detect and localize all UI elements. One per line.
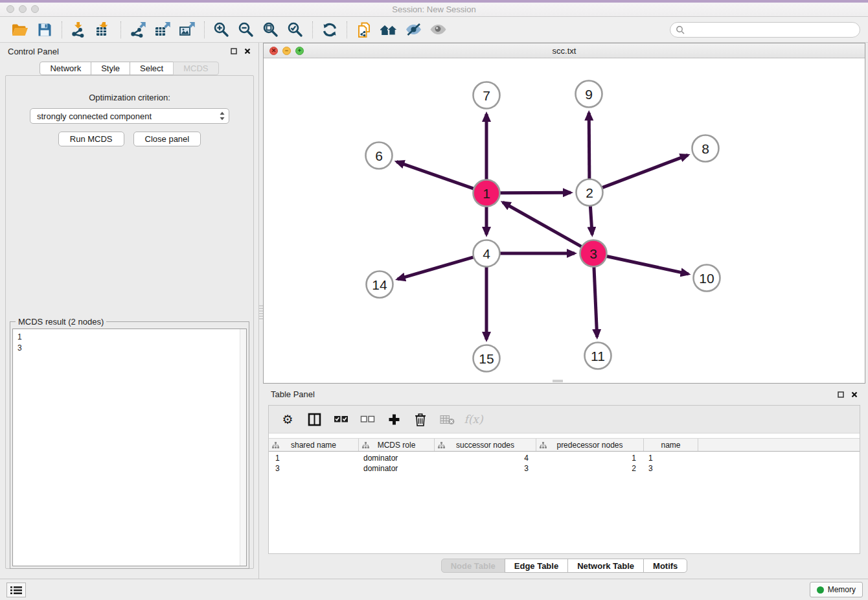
zoom-in-button[interactable] — [209, 19, 234, 40]
node-3[interactable]: 3 — [580, 240, 607, 267]
optimization-criterion-select[interactable]: strongly connected component — [30, 108, 229, 124]
checked-boxes-button[interactable] — [332, 410, 349, 428]
close-panel-action-button[interactable]: Close panel — [133, 132, 201, 146]
node-10[interactable]: 10 — [694, 265, 720, 292]
table-row[interactable]: 1dominator411 — [269, 453, 860, 463]
network-canvas[interactable]: 7968124314101511 — [264, 59, 865, 383]
trash-button[interactable] — [412, 410, 429, 428]
node-15[interactable]: 15 — [474, 345, 500, 372]
node-1[interactable]: 1 — [474, 180, 500, 207]
hierarchy-icon — [438, 442, 445, 449]
mcds-result-list[interactable]: 13 — [12, 329, 247, 566]
table-export-button[interactable] — [150, 19, 175, 40]
edge-1-2[interactable] — [500, 192, 571, 193]
search-input[interactable] — [688, 25, 854, 34]
eye-button[interactable] — [426, 19, 450, 40]
minimize-window-button[interactable] — [19, 5, 27, 13]
toolbar-separator — [204, 21, 205, 38]
table-import-button[interactable] — [91, 19, 116, 40]
tab-motifs[interactable]: Motifs — [643, 559, 687, 573]
tab-select[interactable]: Select — [130, 62, 174, 75]
toolbar-separator — [62, 21, 62, 38]
node-6[interactable]: 6 — [366, 143, 393, 169]
zoom-fit-button[interactable] — [258, 19, 283, 40]
svg-text:9: 9 — [585, 87, 593, 102]
hierarchy-icon — [540, 442, 547, 449]
zoom-selected-button[interactable] — [283, 19, 308, 40]
edge-2-8[interactable] — [602, 155, 688, 187]
houses-button[interactable] — [376, 19, 401, 40]
node-4[interactable]: 4 — [474, 240, 500, 267]
column-header-predecessor-nodes[interactable]: predecessor nodes — [536, 439, 644, 451]
float-table-panel-button[interactable] — [838, 391, 844, 398]
zoom-out-button[interactable] — [234, 19, 258, 40]
network-export-button[interactable] — [126, 19, 150, 40]
image-export-button[interactable] — [175, 19, 200, 40]
close-icon — [851, 391, 858, 398]
fx-icon: f(x) — [464, 413, 483, 426]
edge-4-14[interactable] — [398, 257, 474, 279]
edge-3-11[interactable] — [594, 267, 597, 337]
gear-button[interactable]: ⚙ — [279, 410, 296, 428]
column-header-shared-name[interactable]: shared name — [269, 439, 359, 451]
edge-2-9[interactable] — [589, 113, 589, 179]
delete-table-button[interactable] — [439, 410, 455, 428]
control-panel-title: Control Panel — [8, 47, 59, 56]
close-table-panel-button[interactable] — [851, 391, 858, 398]
node-14[interactable]: 14 — [367, 271, 393, 298]
task-history-button[interactable] — [6, 583, 26, 597]
mcds-result-scrollbar[interactable] — [240, 329, 246, 566]
fx-button[interactable]: f(x) — [465, 410, 482, 428]
node-8[interactable]: 8 — [692, 135, 719, 162]
node-7[interactable]: 7 — [474, 82, 500, 109]
close-window-button[interactable] — [6, 5, 14, 13]
plus-button[interactable] — [385, 410, 402, 428]
tab-mcds[interactable]: MCDS — [173, 62, 218, 75]
tab-style[interactable]: Style — [91, 62, 130, 75]
table-cell: dominator — [359, 464, 435, 473]
network-minimize-button[interactable]: − — [282, 47, 291, 55]
copy-documents-button[interactable] — [352, 19, 376, 40]
float-panel-button[interactable] — [231, 48, 237, 54]
copy-documents-icon — [356, 21, 372, 38]
memory-button[interactable]: Memory — [810, 582, 863, 597]
close-panel-button[interactable] — [244, 48, 251, 54]
network-import-button[interactable] — [67, 19, 91, 40]
folder-open-button[interactable] — [8, 19, 32, 40]
refresh-button[interactable] — [317, 19, 342, 40]
svg-text:15: 15 — [479, 351, 494, 366]
list-icon — [10, 586, 22, 595]
edge-2-3[interactable] — [590, 206, 592, 235]
image-export-icon — [179, 21, 196, 38]
eye-slash-button[interactable] — [401, 19, 426, 40]
node-11[interactable]: 11 — [585, 343, 611, 369]
tab-network[interactable]: Network — [40, 62, 91, 75]
run-mcds-button[interactable]: Run MCDS — [58, 132, 124, 146]
edge-3-10[interactable] — [607, 256, 689, 273]
edge-3-1[interactable] — [503, 202, 581, 246]
tab-network-table[interactable]: Network Table — [567, 559, 644, 573]
node-9[interactable]: 9 — [576, 81, 602, 108]
table-panel: Table Panel ⚙f(x) shared nameMCDS rolesu… — [263, 386, 865, 577]
node-2[interactable]: 2 — [577, 179, 603, 206]
column-layout-button[interactable] — [306, 410, 323, 428]
tab-edge-table[interactable]: Edge Table — [505, 559, 568, 573]
table-row[interactable]: 3dominator323 — [269, 463, 860, 474]
hierarchy-icon — [272, 442, 279, 449]
table-cell: 3 — [644, 464, 698, 473]
floppy-save-button[interactable] — [32, 19, 57, 40]
search-box[interactable] — [670, 22, 860, 38]
column-header-successor-nodes[interactable]: successor nodes — [435, 439, 536, 451]
network-window-titlebar[interactable]: ✕ − + scc.txt — [264, 43, 865, 58]
horizontal-scrollbar-thumb[interactable] — [553, 380, 563, 382]
zoom-fit-icon — [262, 21, 279, 38]
network-close-button[interactable]: ✕ — [269, 47, 278, 55]
zoom-window-button[interactable] — [31, 5, 39, 13]
column-header-MCDS-role[interactable]: MCDS role — [359, 439, 435, 451]
unchecked-boxes-button[interactable] — [359, 410, 376, 428]
tab-node-table[interactable]: Node Table — [441, 559, 505, 573]
panel-divider-grip[interactable] — [259, 305, 263, 321]
edge-1-6[interactable] — [396, 162, 474, 189]
network-zoom-button[interactable]: + — [295, 47, 304, 55]
column-header-name[interactable]: name — [644, 439, 698, 451]
